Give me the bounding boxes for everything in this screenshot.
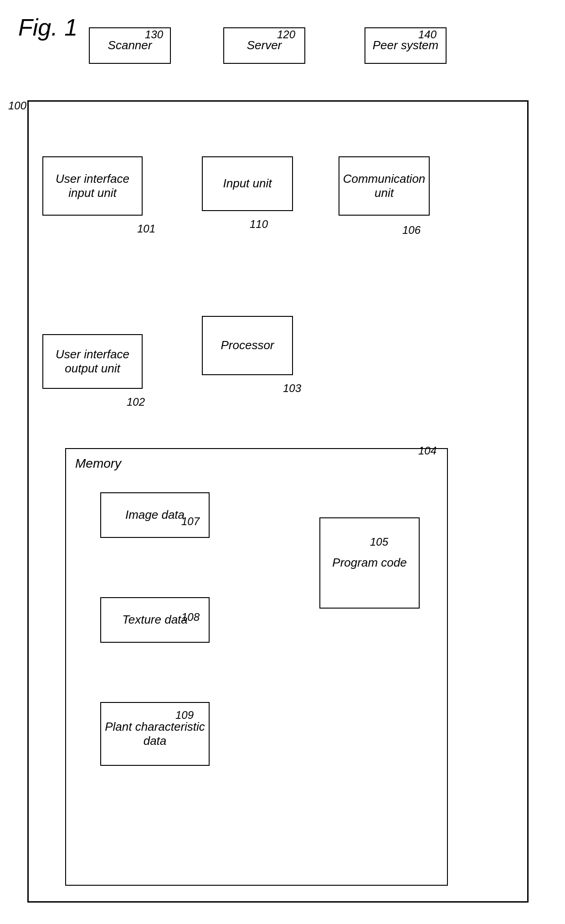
ref-109: 109 [175, 709, 194, 722]
comm-unit-box: Communication unit [339, 156, 430, 216]
ref-104: 104 [418, 444, 437, 457]
ui-input-label: User interface input unit [43, 172, 142, 200]
ref-110: 110 [250, 218, 268, 231]
program-code-box: Program code [319, 517, 420, 609]
ui-output-box: User interface output unit [42, 334, 143, 389]
ui-input-box: User interface input unit [42, 156, 143, 216]
ref-103: 103 [283, 382, 301, 395]
ref-102: 102 [127, 396, 145, 408]
ref-107: 107 [181, 515, 200, 528]
ref-server: 120 [277, 28, 295, 41]
memory-label: Memory [75, 456, 121, 471]
input-unit-label: Input unit [223, 176, 272, 191]
image-data-label: Image data [125, 508, 185, 522]
ref-105: 105 [370, 536, 388, 548]
memory-box: Memory Image data Texture data Plant cha… [65, 448, 448, 886]
ui-output-label: User interface output unit [43, 347, 142, 376]
ref-101: 101 [137, 222, 155, 235]
input-unit-box: Input unit [202, 156, 293, 211]
processor-label: Processor [221, 338, 274, 352]
ref-scanner: 130 [145, 28, 163, 41]
ref-108: 108 [181, 611, 200, 624]
plant-data-label: Plant characteristic data [101, 720, 209, 748]
texture-data-label: Texture data [122, 613, 188, 627]
main-system-box: User interface input unit 101 Input unit… [27, 100, 529, 903]
ref-100: 100 [8, 99, 26, 112]
server-label: Server [247, 38, 282, 52]
processor-box: Processor [202, 316, 293, 375]
comm-unit-label: Communication unit [339, 172, 429, 200]
ref-106: 106 [402, 224, 421, 237]
ref-peer: 140 [418, 28, 437, 41]
program-code-label: Program code [332, 556, 406, 570]
